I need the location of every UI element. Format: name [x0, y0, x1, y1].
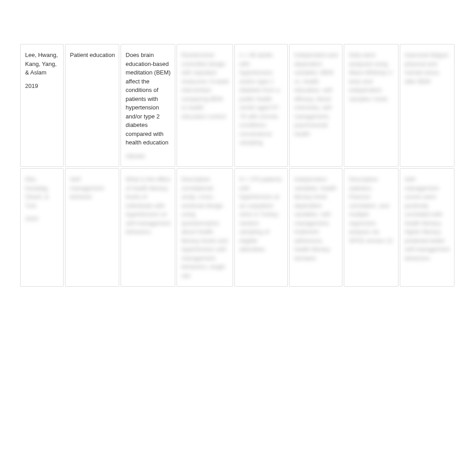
authors-text: Kilic, Karadag, Okanli, & Turk: [25, 175, 60, 210]
cell-design: Randomized controlled design with repeat…: [177, 44, 234, 167]
cell-authors-year: Kilic, Karadag, Okanli, & Turk 2020: [20, 168, 64, 287]
findings-text: Self-management scores were positively c…: [405, 175, 450, 262]
table-row: Kilic, Karadag, Okanli, & Turk 2020 Self…: [20, 168, 454, 287]
question-text: Does brain education-based meditation (B…: [125, 51, 171, 147]
topic-text: Self-management behavior: [70, 175, 115, 201]
cell-sample: n = 48 adults with hypertension and/or t…: [234, 44, 288, 167]
cell-authors-year: Lee, Hwang, Kang, Yang, & Aslam 2019: [20, 44, 64, 167]
variables-text: Independent variables: health literacy l…: [294, 175, 338, 262]
cell-variables: Independent and dependent variables: BEM…: [289, 44, 342, 167]
cell-analysis: Descriptive statistics, Pearson correlat…: [344, 168, 398, 287]
evidence-table: Lee, Hwang, Kang, Yang, & Aslam 2019 Pat…: [19, 43, 456, 288]
cell-topic: Patient education: [65, 44, 119, 167]
literature-matrix: Lee, Hwang, Kang, Yang, & Aslam 2019 Pat…: [19, 43, 456, 288]
year-text: 2020: [25, 214, 60, 223]
table-row: Lee, Hwang, Kang, Yang, & Aslam 2019 Pat…: [20, 44, 454, 167]
cell-question: Does brain education-based meditation (B…: [121, 44, 175, 167]
findings-text: Improved fatigue, physical and mental st…: [405, 51, 450, 86]
authors-text: Lee, Hwang, Kang, Yang, & Aslam: [25, 51, 60, 77]
cell-findings: Self-management scores were positively c…: [400, 168, 454, 287]
topic-text: Patient education: [70, 51, 115, 60]
cell-analysis: Data were analyzed using Mann-Whitney U …: [344, 44, 398, 167]
analysis-text: Data were analyzed using Mann-Whitney U …: [349, 51, 394, 103]
cell-sample: N = 370 patients with hypertension at an…: [234, 168, 288, 287]
question-blur-text: classes: [125, 152, 171, 161]
year-text: 2019: [25, 82, 60, 91]
sample-text: N = 370 patients with hypertension at an…: [239, 175, 284, 254]
sample-text: n = 48 adults with hypertension and/or t…: [239, 51, 284, 147]
cell-findings: Improved fatigue, physical and mental st…: [400, 44, 454, 167]
cell-topic: Self-management behavior: [65, 168, 119, 287]
design-text: Descriptive correlational study; cross-s…: [182, 175, 229, 280]
cell-question: What is the effect of health literacy le…: [121, 168, 175, 287]
design-text: Randomized controlled design with repeat…: [182, 51, 229, 121]
analysis-text: Descriptive statistics, Pearson correlat…: [349, 175, 394, 245]
cell-variables: Independent variables: health literacy l…: [289, 168, 342, 287]
cell-design: Descriptive correlational study; cross-s…: [177, 168, 234, 287]
variables-text: Independent and dependent variables: BEM…: [294, 51, 338, 138]
question-text: What is the effect of health literacy le…: [125, 175, 171, 236]
